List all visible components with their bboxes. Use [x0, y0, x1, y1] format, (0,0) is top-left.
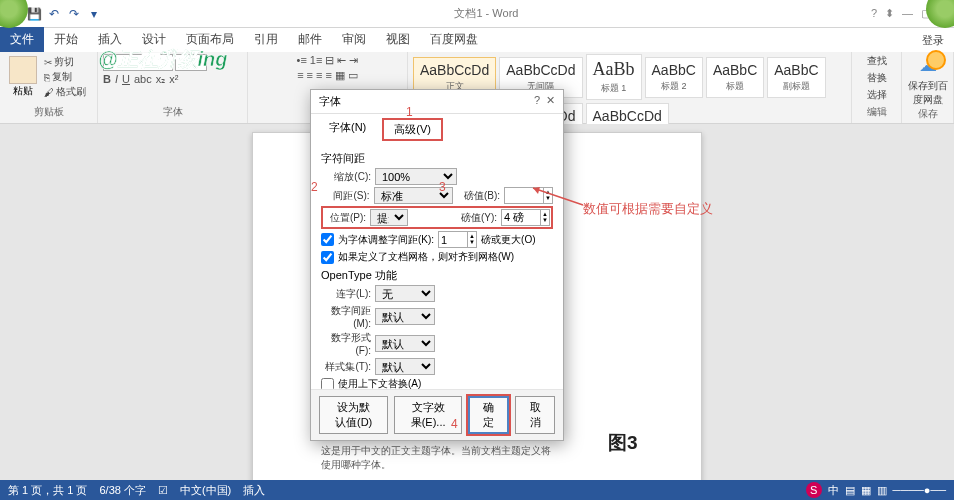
liga-label: 连字(L):	[321, 287, 371, 301]
section-spacing: 字符间距	[321, 151, 553, 166]
style-item[interactable]: AaBbC标题 2	[645, 57, 703, 98]
find-button[interactable]: 查找	[867, 54, 887, 68]
status-page[interactable]: 第 1 页，共 1 页	[8, 483, 87, 498]
view-print-icon[interactable]: ▤	[845, 484, 855, 497]
tab-mail[interactable]: 邮件	[288, 27, 332, 52]
bullets-button[interactable]: •≡	[297, 54, 307, 67]
spacing-select[interactable]: 标准	[374, 187, 454, 204]
style-item[interactable]: AaBbC标题	[706, 57, 764, 98]
group-label-save: 保存	[907, 107, 948, 123]
paste-label: 粘贴	[13, 84, 33, 98]
justify-button[interactable]: ≡	[325, 69, 331, 82]
position-pt-input[interactable]	[501, 209, 541, 226]
border-button[interactable]: ▭	[348, 69, 358, 82]
redo-icon[interactable]: ↷	[66, 6, 82, 22]
status-lang[interactable]: 中文(中国)	[180, 483, 231, 498]
ok-button[interactable]: 确定	[468, 396, 510, 434]
italic-button[interactable]: I	[115, 73, 118, 86]
scale-select[interactable]: 100%	[375, 168, 457, 185]
grid-checkbox[interactable]	[321, 251, 334, 264]
login-link[interactable]: 登录	[912, 29, 954, 52]
help-icon[interactable]: ?	[871, 7, 877, 20]
copy-icon: ⎘	[44, 72, 50, 83]
titlebar: W 💾 ↶ ↷ ▾ 文档1 - Word ? ⬍ — ▢ ✕	[0, 0, 954, 28]
brush-icon: 🖌	[44, 87, 54, 98]
arrow-icon	[528, 185, 598, 210]
tab-references[interactable]: 引用	[244, 27, 288, 52]
style-name: 标题 2	[652, 80, 696, 93]
zoom-slider[interactable]: ────●──	[893, 484, 946, 496]
text-effects-button[interactable]: 文字效果(E)...	[394, 396, 462, 434]
strike-button[interactable]: abc	[134, 73, 152, 86]
status-proof-icon[interactable]: ☑	[158, 484, 168, 497]
select-button[interactable]: 选择	[867, 88, 887, 102]
position-select[interactable]: 提升	[370, 209, 408, 226]
ime-lang[interactable]: 中	[828, 483, 839, 498]
multilevel-button[interactable]: ⊟	[325, 54, 334, 67]
align-center-button[interactable]: ≡	[307, 69, 313, 82]
style-sample: AaBbC	[652, 62, 696, 78]
status-words[interactable]: 6/38 个字	[99, 483, 145, 498]
numspace-select[interactable]: 默认	[375, 308, 435, 325]
group-label-edit: 编辑	[857, 105, 896, 121]
spinner-arrows-icon[interactable]: ▲▼	[541, 209, 550, 226]
dialog-tab-font[interactable]: 字体(N)	[319, 118, 376, 141]
section-opentype: OpenType 功能	[321, 268, 553, 283]
style-name: 标题	[713, 80, 757, 93]
underline-button[interactable]: U	[122, 73, 130, 86]
format-painter-button[interactable]: 🖌格式刷	[44, 85, 86, 99]
copy-button[interactable]: ⎘复制	[44, 70, 86, 84]
spacing-pt-label: 磅值(B):	[457, 189, 500, 203]
style-name: 标题 1	[593, 82, 635, 95]
tab-file[interactable]: 文件	[0, 27, 44, 52]
dialog-tab-advanced[interactable]: 高级(V)	[382, 118, 443, 141]
style-name: 副标题	[774, 80, 818, 93]
numbering-button[interactable]: 1≡	[310, 54, 323, 67]
indent-dec-button[interactable]: ⇤	[337, 54, 346, 67]
tab-home[interactable]: 开始	[44, 27, 88, 52]
dialog-close-icon[interactable]: ✕	[546, 94, 555, 106]
kerning-checkbox[interactable]	[321, 233, 334, 246]
numform-select[interactable]: 默认	[375, 335, 435, 352]
styleset-label: 样式集(T):	[321, 360, 371, 374]
tab-baidu[interactable]: 百度网盘	[420, 27, 488, 52]
minimize-icon[interactable]: —	[902, 7, 913, 20]
font-dialog: 字体 ?✕ 字体(N) 高级(V) 字符间距 缩放(C): 100% 间距(S)…	[310, 89, 564, 441]
liga-select[interactable]: 无	[375, 285, 435, 302]
view-read-icon[interactable]: ▦	[861, 484, 871, 497]
numform-label: 数字形式(F):	[321, 331, 371, 356]
align-right-button[interactable]: ≡	[316, 69, 322, 82]
cancel-button[interactable]: 取消	[515, 396, 555, 434]
tab-review[interactable]: 审阅	[332, 27, 376, 52]
spinner-arrows-icon[interactable]: ▲▼	[468, 231, 477, 248]
replace-button[interactable]: 替换	[867, 71, 887, 85]
save-cloud-button[interactable]: 保存到百度网盘	[907, 79, 948, 107]
user-avatar-icon[interactable]	[926, 50, 946, 70]
shading-button[interactable]: ▦	[335, 69, 345, 82]
style-item[interactable]: AaBb标题 1	[586, 54, 642, 100]
undo-icon[interactable]: ↶	[46, 6, 62, 22]
styleset-select[interactable]: 默认	[375, 358, 435, 375]
indent-inc-button[interactable]: ⇥	[349, 54, 358, 67]
paste-button[interactable]: 粘贴	[5, 54, 41, 100]
watermark: @正在升级ing	[98, 46, 228, 73]
qat-more-icon[interactable]: ▾	[86, 6, 102, 22]
save-icon[interactable]: 💾	[26, 6, 42, 22]
cut-button[interactable]: ✂剪切	[44, 55, 86, 69]
status-mode[interactable]: 插入	[243, 483, 265, 498]
align-left-button[interactable]: ≡	[297, 69, 303, 82]
ime-icon[interactable]: S	[806, 482, 822, 498]
tab-view[interactable]: 视图	[376, 27, 420, 52]
kerning-input[interactable]	[438, 231, 468, 248]
ribbon-toggle-icon[interactable]: ⬍	[885, 7, 894, 20]
dialog-help-icon[interactable]: ?	[534, 94, 540, 106]
style-item[interactable]: AaBbC副标题	[767, 57, 825, 98]
bold-button[interactable]: B	[103, 73, 111, 86]
svg-marker-1	[533, 187, 540, 194]
view-web-icon[interactable]: ▥	[877, 484, 887, 497]
sup-button[interactable]: x²	[169, 73, 178, 86]
kerning-unit: 磅或更大(O)	[481, 233, 535, 247]
sub-button[interactable]: x₂	[156, 73, 166, 86]
default-button[interactable]: 设为默认值(D)	[319, 396, 388, 434]
position-pt-label: 磅值(Y):	[460, 211, 497, 225]
